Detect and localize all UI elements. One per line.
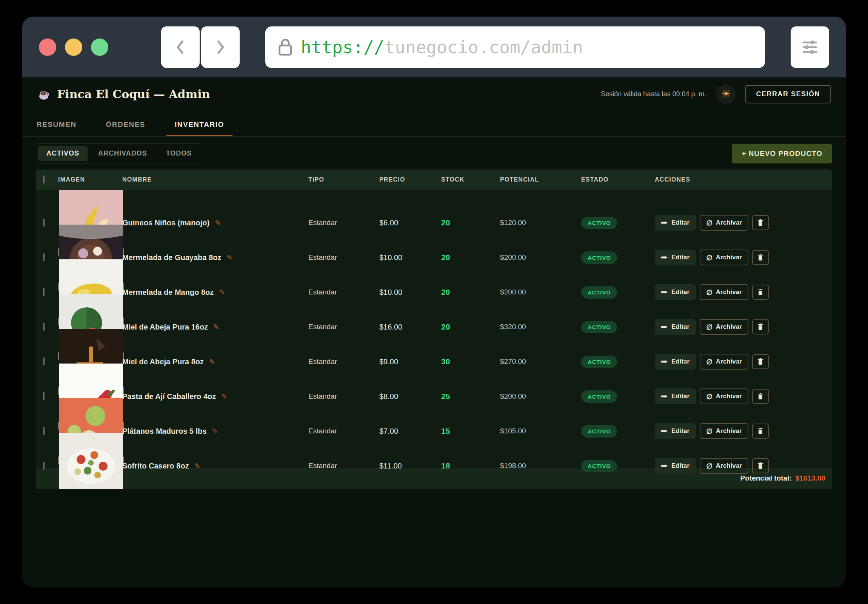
maximize-window-icon[interactable]: [91, 39, 108, 56]
row-checkbox[interactable]: [43, 392, 45, 400]
product-potential: $200.00: [500, 253, 526, 261]
tab-resumen[interactable]: RESUMEN: [28, 118, 85, 136]
table-header-row: IMAGEN NOMBRE TIPO PRECIO STOCK POTENCIA…: [36, 169, 832, 190]
row-checkbox[interactable]: [43, 219, 45, 227]
minimize-window-icon[interactable]: [65, 39, 82, 56]
product-stock: 20: [441, 288, 450, 297]
slash-circle-icon: ∅: [706, 463, 713, 470]
tab-bar: RESUMEN ÓRDENES INVENTARIO: [22, 110, 846, 137]
browser-window: https://tunegocio.com/admin: [22, 17, 846, 587]
archive-button[interactable]: ∅ Archivar: [700, 423, 749, 439]
column-header-potencial: POTENCIAL: [500, 176, 581, 183]
brand: Finca El Coquí — Admin: [37, 87, 210, 101]
row-checkbox[interactable]: [43, 288, 45, 296]
filter-todos[interactable]: TODOS: [158, 146, 200, 161]
slash-circle-icon: ∅: [706, 254, 713, 261]
filters-row: ACTIVOS ARCHIVADOS TODOS + NUEVO PRODUCT…: [22, 143, 846, 163]
delete-button[interactable]: [752, 458, 769, 474]
status-badge: ACTIVO: [581, 460, 617, 472]
archive-button[interactable]: ∅ Archivar: [700, 319, 749, 335]
product-price: $7.00: [379, 427, 398, 435]
pencil-icon: [661, 429, 668, 433]
archive-button[interactable]: ∅ Archivar: [700, 284, 749, 300]
edit-button[interactable]: Editar: [655, 458, 696, 474]
row-actions: Editar ∅ Archivar: [655, 423, 832, 439]
sliders-icon: [799, 37, 820, 58]
archive-button[interactable]: ∅ Archivar: [700, 215, 749, 231]
row-actions: Editar ∅ Archivar: [655, 458, 832, 474]
delete-button[interactable]: [752, 424, 769, 439]
product-stock: 20: [441, 218, 450, 227]
row-actions: Editar ∅ Archivar: [655, 250, 832, 266]
status-badge: ACTIVO: [581, 217, 617, 229]
edit-button[interactable]: Editar: [655, 284, 696, 300]
product-price: $8.00: [379, 392, 398, 401]
logout-button[interactable]: CERRAR SESIÓN: [746, 85, 831, 103]
page-title: Finca El Coquí — Admin: [57, 88, 210, 101]
delete-button[interactable]: [752, 319, 769, 334]
browser-settings-button[interactable]: [790, 26, 829, 68]
pencil-icon[interactable]: ✎: [209, 358, 215, 365]
product-type: Estandar: [308, 219, 337, 227]
new-product-button[interactable]: + NUEVO PRODUCTO: [732, 144, 832, 163]
lock-icon: [277, 37, 294, 58]
delete-button[interactable]: [752, 285, 769, 300]
select-all-checkbox[interactable]: [43, 175, 45, 183]
pencil-icon[interactable]: ✎: [226, 254, 232, 261]
archive-button[interactable]: ∅ Archivar: [700, 354, 749, 370]
pencil-icon[interactable]: ✎: [221, 393, 227, 400]
url-scheme: https://: [301, 37, 384, 57]
pencil-icon[interactable]: ✎: [213, 323, 219, 331]
edit-button[interactable]: Editar: [655, 388, 696, 404]
product-potential: $200.00: [500, 392, 526, 400]
close-window-icon[interactable]: [39, 39, 56, 56]
delete-button[interactable]: [752, 250, 769, 265]
pencil-icon[interactable]: ✎: [194, 463, 200, 470]
trash-icon: [758, 323, 763, 331]
tab-inventario[interactable]: INVENTARIO: [166, 118, 232, 136]
column-header-imagen: IMAGEN: [58, 176, 122, 183]
trash-icon: [758, 289, 763, 296]
row-checkbox[interactable]: [43, 462, 45, 470]
edit-button[interactable]: Editar: [655, 423, 696, 439]
filter-archivados[interactable]: ARCHIVADOS: [90, 146, 155, 161]
pencil-icon[interactable]: ✎: [219, 289, 225, 296]
edit-button[interactable]: Editar: [655, 354, 696, 370]
filter-activos[interactable]: ACTIVOS: [38, 146, 88, 161]
pencil-icon[interactable]: ✎: [215, 219, 221, 227]
delete-button[interactable]: [752, 389, 769, 404]
edit-button[interactable]: Editar: [655, 319, 696, 335]
forward-button[interactable]: [201, 26, 240, 68]
product-stock: 25: [441, 392, 450, 401]
product-potential: $270.00: [500, 357, 526, 365]
product-price: $10.00: [379, 288, 402, 297]
delete-button[interactable]: [752, 215, 769, 230]
slash-circle-icon: ∅: [706, 323, 713, 331]
pencil-icon: [661, 464, 668, 468]
row-checkbox[interactable]: [43, 323, 45, 331]
row-checkbox[interactable]: [43, 357, 45, 365]
page: https://tunegocio.com/admin: [0, 0, 868, 604]
archive-button[interactable]: ∅ Archivar: [700, 458, 749, 474]
product-price: $6.00: [379, 219, 398, 227]
archive-button[interactable]: ∅ Archivar: [700, 388, 749, 404]
edit-button[interactable]: Editar: [655, 250, 696, 266]
theme-toggle-button[interactable]: ☀: [716, 84, 736, 104]
trash-icon: [758, 427, 763, 435]
pencil-icon[interactable]: ✎: [212, 428, 218, 435]
product-type: Estandar: [308, 357, 337, 365]
edit-button[interactable]: Editar: [655, 215, 696, 231]
archive-button[interactable]: ∅ Archivar: [700, 250, 749, 266]
product-type: Estandar: [308, 392, 337, 400]
slash-circle-icon: ∅: [706, 428, 713, 435]
product-potential: $120.00: [500, 219, 526, 227]
tab-ordenes[interactable]: ÓRDENES: [98, 118, 153, 136]
pencil-icon: [661, 220, 668, 225]
url-bar[interactable]: https://tunegocio.com/admin: [265, 26, 765, 68]
back-button[interactable]: [161, 26, 200, 68]
row-checkbox[interactable]: [43, 427, 45, 435]
pencil-icon: [661, 359, 668, 364]
sun-icon: ☀: [721, 89, 731, 100]
row-checkbox[interactable]: [43, 253, 45, 261]
delete-button[interactable]: [752, 354, 769, 369]
